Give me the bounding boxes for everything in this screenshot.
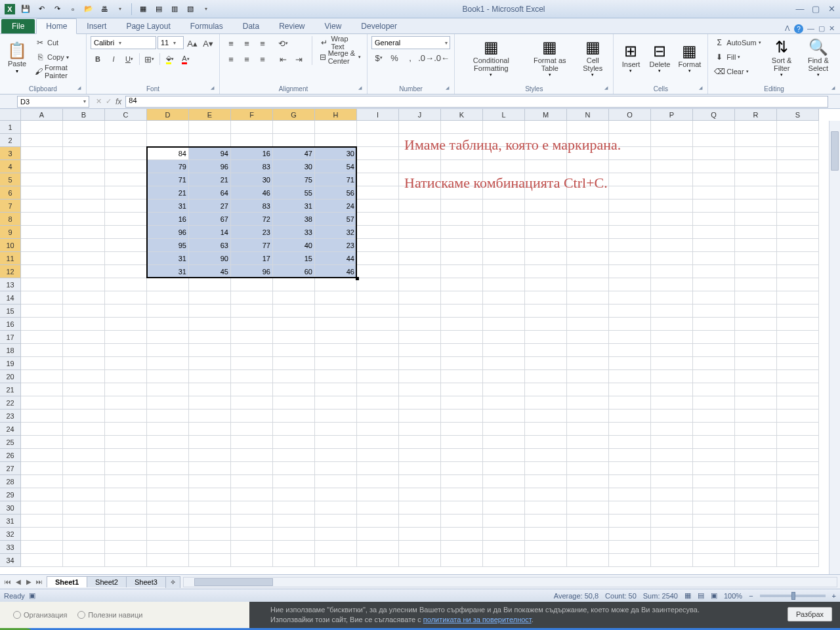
cell[interactable]: 83 bbox=[231, 160, 273, 173]
cell[interactable] bbox=[651, 488, 693, 501]
cell[interactable] bbox=[735, 134, 777, 147]
cell[interactable] bbox=[63, 514, 105, 528]
cell[interactable] bbox=[63, 213, 105, 226]
radio-option[interactable]: Организация bbox=[13, 611, 67, 619]
cell[interactable] bbox=[609, 265, 651, 278]
bold-button[interactable]: B bbox=[91, 52, 105, 66]
cell[interactable] bbox=[357, 488, 399, 501]
cell[interactable] bbox=[441, 370, 483, 383]
cell[interactable] bbox=[483, 449, 525, 462]
cell[interactable] bbox=[777, 423, 819, 436]
cell[interactable] bbox=[357, 436, 399, 449]
cell[interactable] bbox=[63, 318, 105, 331]
align-top-icon[interactable]: ≡ bbox=[224, 36, 238, 51]
cell[interactable] bbox=[567, 239, 609, 252]
cell[interactable] bbox=[483, 239, 525, 252]
cell[interactable] bbox=[777, 488, 819, 501]
cell[interactable] bbox=[567, 318, 609, 331]
cell[interactable] bbox=[21, 331, 63, 344]
cell[interactable] bbox=[777, 304, 819, 318]
paste-button[interactable]: 📋Paste▾ bbox=[4, 36, 30, 79]
cell-styles-button[interactable]: ▦Cell Styles▾ bbox=[576, 36, 610, 79]
cell[interactable] bbox=[357, 226, 399, 239]
cell[interactable] bbox=[189, 344, 231, 357]
row-header[interactable]: 30 bbox=[0, 501, 21, 514]
cell[interactable] bbox=[21, 121, 63, 134]
cell[interactable] bbox=[567, 396, 609, 410]
cell[interactable] bbox=[357, 423, 399, 436]
cell[interactable] bbox=[231, 383, 273, 396]
cell[interactable]: 16 bbox=[147, 213, 189, 226]
cell[interactable] bbox=[609, 462, 651, 475]
tab-formulas[interactable]: Formulas bbox=[180, 18, 233, 33]
cell[interactable] bbox=[63, 265, 105, 278]
align-middle-icon[interactable]: ≡ bbox=[240, 36, 254, 51]
cell[interactable] bbox=[105, 226, 147, 239]
cell[interactable] bbox=[693, 200, 735, 213]
cell[interactable] bbox=[21, 344, 63, 357]
cell[interactable] bbox=[357, 383, 399, 396]
cell[interactable] bbox=[735, 383, 777, 396]
cell[interactable] bbox=[693, 160, 735, 173]
cell[interactable] bbox=[315, 278, 357, 291]
cell[interactable] bbox=[105, 396, 147, 410]
cell[interactable] bbox=[357, 501, 399, 514]
cell[interactable] bbox=[63, 304, 105, 318]
qat-more-icon[interactable]: ▾ bbox=[199, 2, 213, 16]
view-normal-icon[interactable]: ▦ bbox=[684, 591, 691, 600]
sheet-nav-last-icon[interactable]: ⏭ bbox=[34, 578, 45, 585]
cell[interactable] bbox=[483, 475, 525, 488]
cell[interactable] bbox=[777, 134, 819, 147]
find-select-button[interactable]: 🔍Find & Select▾ bbox=[801, 36, 836, 79]
cell[interactable] bbox=[273, 331, 315, 344]
row-header[interactable]: 8 bbox=[0, 213, 21, 226]
cell[interactable] bbox=[273, 449, 315, 462]
cell[interactable] bbox=[609, 554, 651, 567]
cell[interactable] bbox=[609, 173, 651, 186]
cell[interactable]: 54 bbox=[315, 160, 357, 173]
cell[interactable] bbox=[273, 278, 315, 291]
cell[interactable] bbox=[693, 318, 735, 331]
cell[interactable] bbox=[609, 213, 651, 226]
cell[interactable] bbox=[147, 344, 189, 357]
cell[interactable]: 56 bbox=[315, 186, 357, 200]
cell[interactable] bbox=[567, 121, 609, 134]
cell[interactable] bbox=[273, 370, 315, 383]
cell[interactable] bbox=[567, 488, 609, 501]
cell[interactable] bbox=[399, 410, 441, 423]
column-header[interactable]: L bbox=[483, 109, 525, 121]
cell[interactable] bbox=[273, 344, 315, 357]
cell[interactable] bbox=[315, 554, 357, 567]
tab-home[interactable]: Home bbox=[36, 18, 77, 34]
cell[interactable] bbox=[651, 410, 693, 423]
cell[interactable] bbox=[21, 370, 63, 383]
cell[interactable] bbox=[609, 226, 651, 239]
cell[interactable] bbox=[105, 528, 147, 541]
excel-icon[interactable]: X bbox=[3, 2, 17, 16]
cell[interactable] bbox=[735, 121, 777, 134]
cell[interactable] bbox=[105, 252, 147, 265]
column-header[interactable]: G bbox=[273, 109, 315, 121]
cell[interactable] bbox=[483, 344, 525, 357]
column-header[interactable]: K bbox=[441, 109, 483, 121]
cell[interactable] bbox=[273, 462, 315, 475]
vertical-scrollbar[interactable] bbox=[829, 121, 840, 574]
cell[interactable] bbox=[609, 291, 651, 304]
cell[interactable] bbox=[441, 514, 483, 528]
cell[interactable] bbox=[399, 265, 441, 278]
increase-decimal-icon[interactable]: .0→ bbox=[419, 51, 433, 65]
cell[interactable] bbox=[441, 475, 483, 488]
cell[interactable] bbox=[777, 318, 819, 331]
cell[interactable] bbox=[105, 147, 147, 160]
cell[interactable] bbox=[63, 200, 105, 213]
cell[interactable] bbox=[651, 370, 693, 383]
cell[interactable] bbox=[315, 344, 357, 357]
cell[interactable]: 44 bbox=[315, 252, 357, 265]
format-painter-button[interactable]: 🖌Format Painter bbox=[33, 65, 82, 78]
cell[interactable] bbox=[735, 318, 777, 331]
cell[interactable] bbox=[315, 514, 357, 528]
cell[interactable] bbox=[273, 423, 315, 436]
cell[interactable] bbox=[483, 121, 525, 134]
cell[interactable] bbox=[735, 410, 777, 423]
cell[interactable] bbox=[609, 304, 651, 318]
